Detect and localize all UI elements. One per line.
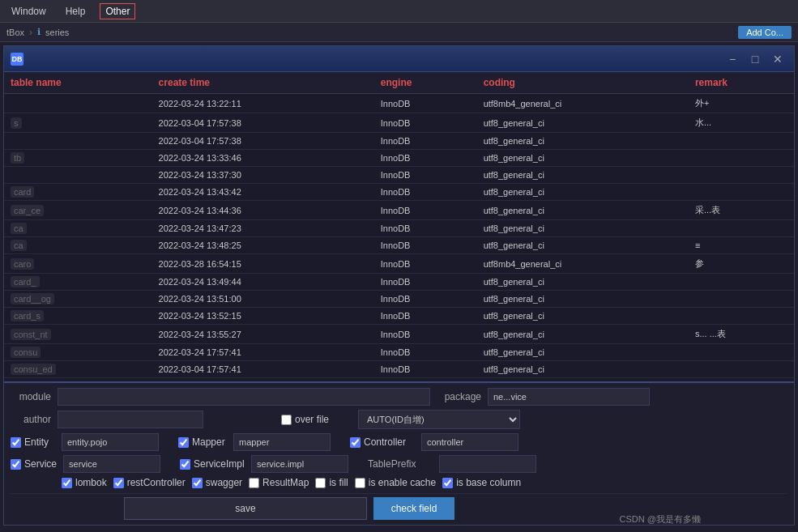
rest-controller-checkbox[interactable] — [113, 478, 124, 488]
cell-coding: utf8_general_ci — [477, 291, 689, 308]
breadcrumb-info-icon: ℹ — [37, 27, 41, 37]
cell-coding: utf8_general_ci — [477, 133, 689, 150]
service-impl-checkbox[interactable] — [180, 459, 190, 470]
result-map-group: ResultMap — [249, 477, 309, 488]
table-row[interactable]: card_s2022-03-24 13:52:15InnoDButf8_gene… — [4, 308, 794, 325]
cell-tablename: card — [4, 184, 152, 201]
breadcrumb-tbox[interactable]: tBox — [6, 28, 24, 37]
table-row[interactable]: ca2022-03-24 13:47:23InnoDButf8_general_… — [4, 220, 794, 237]
close-button[interactable]: ✕ — [768, 51, 787, 67]
cell-engine: InnoDB — [374, 133, 477, 150]
is-enable-cache-checkbox[interactable] — [355, 478, 365, 488]
cell-remark — [689, 274, 794, 291]
module-label: module — [11, 391, 51, 402]
table-row[interactable]: 2022-03-24 13:22:11InnoDButf8mb4_general… — [4, 94, 794, 113]
table-prefix-input[interactable] — [439, 455, 536, 473]
table-row[interactable]: consu2022-03-24 17:57:41InnoDButf8_gener… — [4, 344, 794, 361]
cell-engine: InnoDB — [374, 113, 477, 133]
cell-coding: utf8_general_ci — [477, 361, 689, 378]
table-row[interactable]: caro2022-03-28 16:54:15InnoDButf8mb4_gen… — [4, 254, 794, 274]
check-field-button[interactable]: check field — [373, 497, 454, 520]
cell-create_time: 2022-03-24 13:48:25 — [152, 237, 374, 254]
cell-tablename: const_nt — [4, 325, 152, 344]
lombok-checkbox[interactable] — [62, 478, 72, 488]
table-row[interactable]: 2022-03-24 13:37:30InnoDButf8_general_ci — [4, 167, 794, 184]
table-row[interactable]: card_2022-03-24 13:49:44InnoDButf8_gener… — [4, 274, 794, 291]
cell-tablename — [4, 167, 152, 184]
service-input[interactable] — [63, 455, 160, 473]
result-map-label: ResultMap — [262, 477, 309, 488]
entity-label: Entity — [24, 436, 49, 448]
form-row-service: Service ServiceImpl TablePrefix — [11, 455, 787, 473]
swagger-checkbox[interactable] — [192, 478, 203, 488]
result-map-checkbox[interactable] — [249, 478, 259, 488]
cell-engine: InnoDB — [374, 361, 477, 378]
table-row[interactable]: car_ce2022-03-24 13:44:36InnoDButf8_gene… — [4, 201, 794, 220]
cell-coding: utf8_general_ci — [477, 167, 689, 184]
cell-coding: utf8_general_ci — [477, 325, 689, 344]
entity-input[interactable] — [62, 433, 159, 451]
menu-other[interactable]: Other — [100, 3, 135, 19]
form-row-entity: Entity Mapper Controller — [11, 433, 787, 451]
cell-create_time: 2022-03-04 17:57:38 — [152, 113, 374, 133]
controller-input[interactable] — [421, 433, 518, 451]
table-row[interactable]: card__og2022-03-24 13:51:00InnoDButf8_ge… — [4, 291, 794, 308]
mapper-group: Mapper — [178, 436, 227, 448]
table-row[interactable]: consu_ed2022-03-04 17:57:41InnoDButf8_ge… — [4, 361, 794, 378]
table-row[interactable]: const_nt2022-03-24 13:55:27InnoDButf8_ge… — [4, 325, 794, 344]
cell-remark: 采...表 — [689, 201, 794, 220]
menu-window[interactable]: Window — [6, 4, 51, 19]
service-impl-label: ServiceImpl — [194, 458, 245, 470]
form-row-checkboxes: lombok restController swagger ResultMap … — [11, 477, 787, 488]
menu-help[interactable]: Help — [61, 4, 91, 19]
package-input[interactable] — [488, 388, 650, 406]
cell-tablename: ca — [4, 237, 152, 254]
action-row: save check field — [11, 493, 787, 520]
cell-engine: InnoDB — [374, 201, 477, 220]
cell-coding: utf8_general_ci — [477, 274, 689, 291]
minimize-button[interactable]: − — [723, 51, 742, 67]
module-input[interactable] — [58, 388, 430, 406]
window-icon: DB — [11, 53, 23, 66]
cell-tablename: card__og — [4, 291, 152, 308]
cell-create_time: 2022-03-24 13:33:46 — [152, 150, 374, 167]
service-impl-input[interactable] — [251, 455, 348, 473]
auto-id-select[interactable]: AUTO(ID自增) — [358, 410, 520, 429]
is-fill-group: is fill — [315, 477, 348, 488]
service-group: Service — [11, 458, 57, 470]
mapper-input[interactable] — [233, 433, 331, 451]
entity-checkbox[interactable] — [11, 437, 21, 448]
table-row[interactable]: card2022-03-24 13:43:42InnoDButf8_genera… — [4, 184, 794, 201]
table-row[interactable]: ca2022-03-24 13:48:25InnoDButf8_general_… — [4, 237, 794, 254]
service-checkbox[interactable] — [11, 459, 21, 470]
over-file-label: over file — [295, 414, 329, 425]
table-row[interactable]: s2022-03-04 17:57:38InnoDButf8_general_c… — [4, 113, 794, 133]
cell-tablename: s — [4, 113, 152, 133]
cell-remark: 水... — [689, 113, 794, 133]
is-fill-label: is fill — [329, 477, 348, 488]
is-base-column-checkbox[interactable] — [442, 478, 453, 488]
cell-tablename: tb — [4, 150, 152, 167]
cell-coding: utf8_general_ci — [477, 184, 689, 201]
mapper-checkbox[interactable] — [178, 437, 189, 448]
cell-engine: InnoDB — [374, 184, 477, 201]
over-file-checkbox[interactable] — [281, 415, 292, 425]
cell-engine: InnoDB — [374, 150, 477, 167]
cell-remark — [689, 220, 794, 237]
cell-tablename: card_s — [4, 308, 152, 325]
breadcrumb-series[interactable]: series — [45, 28, 69, 37]
cell-remark — [689, 150, 794, 167]
controller-checkbox[interactable] — [350, 437, 361, 448]
add-co-button[interactable]: Add Co... — [738, 26, 792, 39]
table-row[interactable]: tb2022-03-24 13:33:46InnoDButf8_general_… — [4, 150, 794, 167]
is-fill-checkbox[interactable] — [315, 478, 326, 488]
lombok-group: lombok — [62, 477, 107, 488]
table-row[interactable]: 2022-03-04 17:57:38InnoDButf8_general_ci — [4, 133, 794, 150]
maximize-button[interactable]: □ — [745, 51, 765, 67]
save-button[interactable]: save — [124, 497, 367, 520]
swagger-label: swagger — [206, 477, 242, 488]
cell-engine: InnoDB — [374, 291, 477, 308]
cell-create_time: 2022-03-24 13:22:11 — [152, 94, 374, 113]
window-controls: − □ ✕ — [723, 51, 787, 67]
author-input[interactable] — [58, 411, 203, 428]
